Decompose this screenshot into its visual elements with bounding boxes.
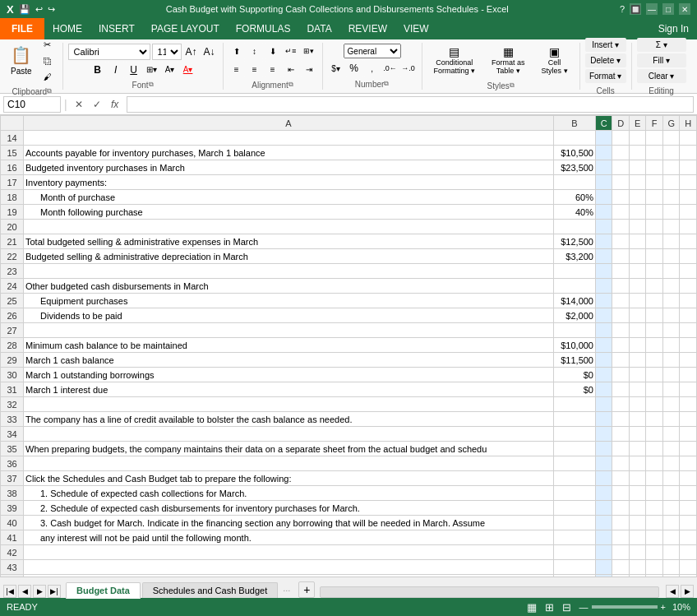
cell-A43[interactable] bbox=[24, 560, 554, 575]
number-expand[interactable]: ⧉ bbox=[384, 80, 389, 89]
cell-E43[interactable] bbox=[629, 560, 645, 575]
cell-G41[interactable] bbox=[662, 530, 679, 545]
cell-A33[interactable]: The company has a line of credit availab… bbox=[24, 412, 554, 427]
table-row[interactable]: 23 bbox=[1, 264, 697, 279]
cell-E24[interactable] bbox=[629, 279, 645, 294]
percent-btn[interactable]: % bbox=[346, 60, 362, 76]
cell-G15[interactable] bbox=[662, 146, 679, 160]
cell-B20[interactable] bbox=[554, 220, 596, 234]
table-row[interactable]: 21Total budgeted selling & administrativ… bbox=[1, 234, 697, 249]
cell-D39[interactable] bbox=[612, 501, 629, 516]
cell-D31[interactable] bbox=[612, 382, 629, 397]
cell-B27[interactable] bbox=[554, 323, 596, 338]
cell-C40[interactable] bbox=[595, 516, 612, 530]
cell-A27[interactable] bbox=[24, 323, 554, 338]
increase-indent-btn[interactable]: ⇥ bbox=[301, 61, 317, 77]
zoom-slider[interactable] bbox=[592, 605, 658, 609]
cell-D22[interactable] bbox=[612, 249, 629, 264]
align-right-btn[interactable]: ≡ bbox=[265, 61, 281, 77]
page-break-icon[interactable]: ⊟ bbox=[562, 601, 571, 614]
cell-E34[interactable] bbox=[629, 427, 645, 442]
cell-D30[interactable] bbox=[612, 368, 629, 382]
cell-F43[interactable] bbox=[646, 560, 662, 575]
cell-C24[interactable] bbox=[595, 279, 612, 294]
cell-F22[interactable] bbox=[646, 249, 662, 264]
cell-D15[interactable] bbox=[612, 146, 629, 160]
cell-H31[interactable] bbox=[680, 382, 697, 397]
cell-F23[interactable] bbox=[646, 264, 662, 279]
cell-G22[interactable] bbox=[662, 249, 679, 264]
cell-C27[interactable] bbox=[595, 323, 612, 338]
cell-B37[interactable] bbox=[554, 471, 596, 486]
increase-font-btn[interactable]: A↑ bbox=[183, 44, 200, 60]
cell-D32[interactable] bbox=[612, 397, 629, 412]
cell-G33[interactable] bbox=[662, 412, 679, 427]
cell-H37[interactable] bbox=[680, 471, 697, 486]
table-row[interactable]: 27 bbox=[1, 323, 697, 338]
cell-C17[interactable] bbox=[595, 175, 612, 190]
cell-G26[interactable] bbox=[662, 308, 679, 323]
cell-F39[interactable] bbox=[646, 501, 662, 516]
cell-C15[interactable] bbox=[595, 146, 612, 160]
cell-H14[interactable] bbox=[680, 131, 697, 146]
cell-F14[interactable] bbox=[646, 131, 662, 146]
table-row[interactable]: 17Inventory payments: bbox=[1, 175, 697, 190]
delete-cells-btn[interactable]: Delete ▾ bbox=[585, 53, 626, 67]
cell-A32[interactable] bbox=[24, 397, 554, 412]
cell-C16[interactable] bbox=[595, 160, 612, 175]
cell-E41[interactable] bbox=[629, 530, 645, 545]
cell-F34[interactable] bbox=[646, 427, 662, 442]
cell-H33[interactable] bbox=[680, 412, 697, 427]
cell-G43[interactable] bbox=[662, 560, 679, 575]
cell-C29[interactable] bbox=[595, 353, 612, 368]
cell-F16[interactable] bbox=[646, 160, 662, 175]
cell-D20[interactable] bbox=[612, 220, 629, 234]
italic-btn[interactable]: I bbox=[108, 62, 124, 78]
merge-btn[interactable]: ⊞▾ bbox=[301, 43, 317, 59]
cell-A26[interactable]: Dividends to be paid bbox=[24, 308, 554, 323]
cell-G36[interactable] bbox=[662, 456, 679, 471]
cell-H28[interactable] bbox=[680, 338, 697, 353]
page-layout-icon[interactable]: ⊞ bbox=[545, 601, 554, 614]
table-row[interactable]: 28Minimum cash balance to be maintained$… bbox=[1, 338, 697, 353]
table-row[interactable]: 42 bbox=[1, 545, 697, 560]
underline-btn[interactable]: U bbox=[126, 62, 142, 78]
cell-D26[interactable] bbox=[612, 308, 629, 323]
cell-B43[interactable] bbox=[554, 560, 596, 575]
sheet-prev-btn[interactable]: ◀ bbox=[18, 585, 31, 598]
cell-H19[interactable] bbox=[680, 205, 697, 220]
cell-G23[interactable] bbox=[662, 264, 679, 279]
col-header-C[interactable]: C bbox=[595, 116, 612, 131]
cell-A36[interactable] bbox=[24, 456, 554, 471]
align-left-btn[interactable]: ≡ bbox=[228, 61, 245, 77]
cell-F40[interactable] bbox=[646, 516, 662, 530]
fill-color-btn[interactable]: A▾ bbox=[162, 62, 178, 78]
cell-G42[interactable] bbox=[662, 545, 679, 560]
cell-C35[interactable] bbox=[595, 442, 612, 456]
sheet-first-btn[interactable]: |◀ bbox=[3, 585, 16, 598]
cell-F32[interactable] bbox=[646, 397, 662, 412]
cell-E31[interactable] bbox=[629, 382, 645, 397]
cell-G27[interactable] bbox=[662, 323, 679, 338]
zoom-out-btn[interactable]: — bbox=[579, 602, 589, 612]
cell-E18[interactable] bbox=[629, 190, 645, 205]
wrap-text-btn[interactable]: ↵≡ bbox=[283, 43, 299, 59]
cell-H21[interactable] bbox=[680, 234, 697, 249]
cell-D41[interactable] bbox=[612, 530, 629, 545]
cell-A24[interactable]: Other budgeted cash disbursements in Mar… bbox=[24, 279, 554, 294]
cell-B30[interactable]: $0 bbox=[554, 368, 596, 382]
cell-D29[interactable] bbox=[612, 353, 629, 368]
cell-B38[interactable] bbox=[554, 486, 596, 501]
bold-btn[interactable]: B bbox=[90, 62, 106, 78]
cell-G18[interactable] bbox=[662, 190, 679, 205]
cell-G17[interactable] bbox=[662, 175, 679, 190]
cell-E27[interactable] bbox=[629, 323, 645, 338]
align-center-btn[interactable]: ≡ bbox=[247, 61, 263, 77]
cell-F27[interactable] bbox=[646, 323, 662, 338]
cell-E19[interactable] bbox=[629, 205, 645, 220]
cell-A41[interactable]: any interest will not be paid until the … bbox=[24, 530, 554, 545]
cell-H36[interactable] bbox=[680, 456, 697, 471]
zoom-in-btn[interactable]: + bbox=[661, 602, 666, 612]
decrease-indent-btn[interactable]: ⇤ bbox=[283, 61, 299, 77]
cell-H22[interactable] bbox=[680, 249, 697, 264]
